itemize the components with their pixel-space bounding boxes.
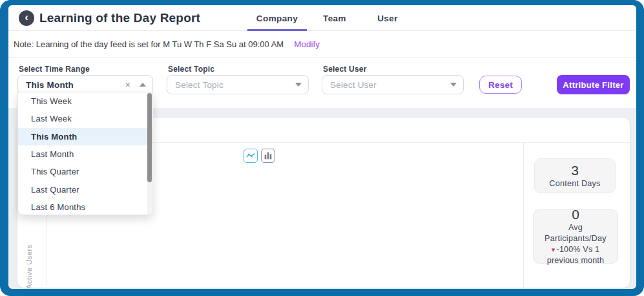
clear-icon[interactable]: × bbox=[125, 79, 130, 90]
modify-link[interactable]: Modify bbox=[294, 39, 320, 49]
chevron-down-icon[interactable] bbox=[295, 83, 302, 87]
dropdown-option-this-month[interactable]: This Month bbox=[18, 128, 152, 145]
dropdown-option-this-quarter[interactable]: This Quarter bbox=[18, 163, 152, 180]
topic-select[interactable]: Select Topic bbox=[167, 75, 309, 94]
stat-card-avg-participants: 0 Avg Participants/Day ▾-100% Vs 1 previ… bbox=[533, 209, 618, 264]
page-content: ‹ Learning of the Day Report Company Tea… bbox=[8, 5, 636, 289]
stat-label: Content Days bbox=[549, 178, 600, 189]
topic-placeholder: Select Topic bbox=[175, 80, 295, 90]
app-window: ‹ Learning of the Day Report Company Tea… bbox=[0, 0, 644, 296]
time-range-label: Select Time Range bbox=[19, 65, 90, 74]
user-placeholder: Select User bbox=[330, 80, 450, 90]
topic-label: Select Topic bbox=[168, 65, 214, 74]
dropdown-scrollbar-thumb[interactable] bbox=[147, 93, 152, 182]
dropdown-option-last-week[interactable]: Last Week bbox=[18, 110, 152, 127]
tab-company[interactable]: Company bbox=[247, 5, 307, 31]
triangle-down-icon: ▾ bbox=[552, 246, 556, 253]
time-range-dropdown: This Week Last Week This Month Last Mont… bbox=[17, 92, 153, 215]
stat-label: Avg Participants/Day bbox=[539, 222, 612, 244]
stats-divider bbox=[523, 143, 524, 288]
tab-team[interactable]: Team bbox=[317, 5, 352, 31]
bar-chart-icon[interactable] bbox=[261, 149, 275, 163]
tab-user[interactable]: User bbox=[370, 5, 405, 31]
reset-button[interactable]: Reset bbox=[479, 76, 522, 94]
y-axis-label: Active Users bbox=[25, 215, 33, 288]
dropdown-option-last-month[interactable]: Last Month bbox=[18, 145, 152, 163]
line-chart-icon[interactable] bbox=[244, 149, 258, 163]
page-header: ‹ Learning of the Day Report Company Tea… bbox=[8, 5, 636, 31]
time-range-value: This Month bbox=[26, 80, 125, 90]
attribute-filter-button[interactable]: Attribute Filter bbox=[557, 75, 630, 94]
page-title: Learning of the Day Report bbox=[39, 5, 200, 31]
back-button[interactable]: ‹ bbox=[19, 10, 34, 26]
note-text: Note: Learning of the day feed is set fo… bbox=[14, 39, 284, 49]
dropdown-option-last-6-months[interactable]: Last 6 Months bbox=[18, 198, 152, 215]
stat-delta: ▾-100% Vs 1 previous month bbox=[539, 244, 612, 266]
dropdown-option-last-quarter[interactable]: Last Quarter bbox=[18, 180, 152, 198]
chart-type-toggles bbox=[244, 149, 275, 163]
chevron-up-icon[interactable] bbox=[140, 83, 146, 87]
stat-card-content-days: 3 Content Days bbox=[534, 158, 616, 193]
stat-delta-text: -100% Vs 1 previous month bbox=[547, 245, 604, 265]
chevron-down-icon[interactable] bbox=[450, 83, 457, 87]
user-select[interactable]: Select User bbox=[322, 75, 464, 94]
dropdown-option-this-week[interactable]: This Week bbox=[18, 92, 152, 110]
note-bar: Note: Learning of the day feed is set fo… bbox=[8, 31, 636, 58]
stat-value: 0 bbox=[572, 207, 579, 222]
stat-value: 3 bbox=[571, 163, 579, 178]
user-label: Select User bbox=[323, 65, 367, 74]
